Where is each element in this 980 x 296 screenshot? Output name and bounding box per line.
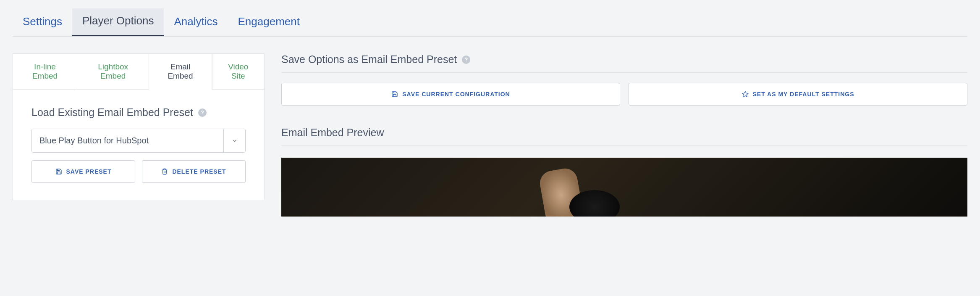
load-preset-heading-text: Load Existing Email Embed Preset — [31, 106, 193, 119]
sub-tab-inline-embed[interactable]: In-line Embed — [13, 53, 77, 89]
preset-select-caret[interactable] — [223, 129, 245, 152]
main-tabs: Settings Player Options Analytics Engage… — [13, 8, 967, 37]
embed-sub-tabs: In-line Embed Lightbox Embed Email Embed… — [13, 53, 265, 90]
help-icon[interactable]: ? — [198, 108, 207, 117]
email-embed-preview-heading: Email Embed Preview — [281, 127, 967, 146]
tab-player-options[interactable]: Player Options — [72, 8, 164, 36]
star-icon — [742, 91, 749, 98]
tab-engagement[interactable]: Engagement — [228, 8, 310, 36]
delete-preset-button[interactable]: DELETE PRESET — [142, 160, 246, 183]
sub-tab-lightbox-embed[interactable]: Lightbox Embed — [77, 53, 149, 89]
set-default-settings-button[interactable]: SET AS MY DEFAULT SETTINGS — [629, 83, 967, 106]
svg-marker-0 — [742, 91, 748, 97]
delete-preset-label: DELETE PRESET — [172, 168, 226, 175]
save-current-configuration-button[interactable]: SAVE CURRENT CONFIGURATION — [281, 83, 620, 106]
set-default-settings-label: SET AS MY DEFAULT SETTINGS — [753, 91, 854, 98]
save-icon — [55, 168, 62, 175]
email-embed-preview-image — [281, 158, 967, 217]
preset-select-value: Blue Play Button for HubSpot — [32, 129, 223, 152]
tab-settings[interactable]: Settings — [13, 8, 72, 36]
trash-icon — [161, 168, 168, 175]
save-options-heading-text: Save Options as Email Embed Preset — [281, 53, 457, 66]
help-icon[interactable]: ? — [462, 56, 470, 64]
load-preset-heading: Load Existing Email Embed Preset ? — [31, 106, 246, 119]
save-preset-label: SAVE PRESET — [66, 168, 112, 175]
preset-select[interactable]: Blue Play Button for HubSpot — [31, 129, 246, 153]
sub-tab-video-site[interactable]: Video Site — [212, 53, 265, 89]
save-preset-button[interactable]: SAVE PRESET — [31, 160, 135, 183]
save-options-heading: Save Options as Email Embed Preset ? — [281, 53, 967, 73]
chevron-down-icon — [232, 138, 238, 144]
save-icon — [391, 91, 398, 98]
tab-analytics[interactable]: Analytics — [164, 8, 228, 36]
save-current-configuration-label: SAVE CURRENT CONFIGURATION — [402, 91, 510, 98]
sub-tab-email-embed[interactable]: Email Embed — [149, 53, 212, 89]
